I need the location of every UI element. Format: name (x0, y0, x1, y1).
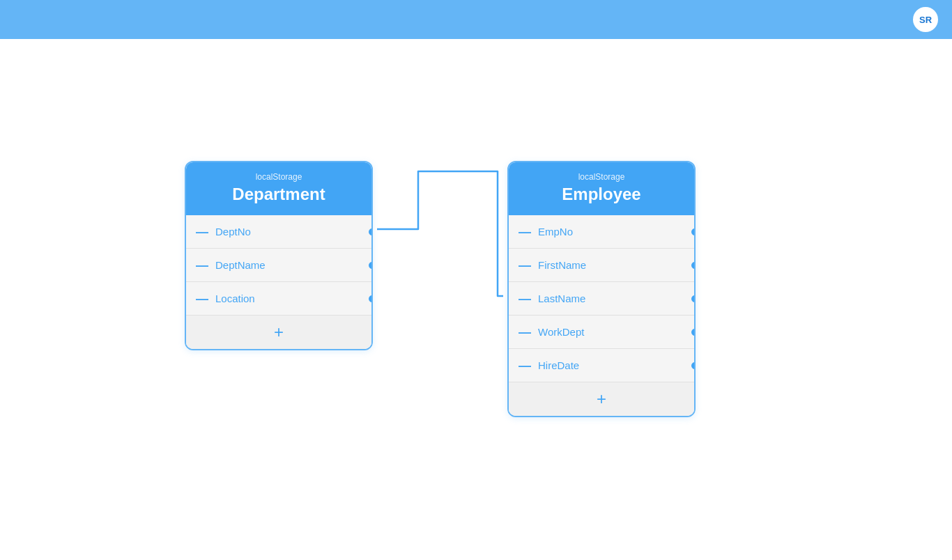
remove-lastname-icon[interactable]: — (519, 293, 531, 305)
deptname-dot[interactable] (369, 262, 373, 269)
department-fields: — DeptNo — DeptName — Location + (186, 215, 371, 349)
workdept-field-label: WorkDept (538, 326, 684, 338)
plus-icon: + (274, 324, 284, 341)
empno-dot[interactable] (691, 228, 696, 235)
employee-table-card: localStorage Employee — EmpNo — FirstNam… (507, 161, 696, 417)
location-field-label: Location (215, 293, 362, 304)
employee-table-name: Employee (523, 185, 680, 204)
table-row[interactable]: — HireDate (509, 349, 694, 382)
remove-location-icon[interactable]: — (196, 293, 208, 305)
deptname-field-label: DeptName (215, 259, 362, 271)
table-row[interactable]: — DeptNo (186, 215, 371, 249)
employee-fields: — EmpNo — FirstName — LastName — WorkDep… (509, 215, 694, 416)
remove-empno-icon[interactable]: — (519, 226, 531, 238)
add-department-field-button[interactable]: + (186, 316, 371, 349)
table-row[interactable]: — DeptName (186, 249, 371, 282)
workdept-dot[interactable] (691, 329, 696, 336)
hiredate-dot[interactable] (691, 362, 696, 369)
department-header: localStorage Department (186, 162, 371, 215)
department-table-card: localStorage Department — DeptNo — DeptN… (185, 161, 373, 350)
employee-header: localStorage Employee (509, 162, 694, 215)
table-row[interactable]: — WorkDept (509, 316, 694, 349)
hiredate-field-label: HireDate (538, 359, 684, 371)
canvas: localStorage Department — DeptNo — DeptN… (0, 39, 952, 560)
remove-deptname-icon[interactable]: — (196, 259, 208, 272)
table-row[interactable]: — Location (186, 282, 371, 316)
department-table-name: Department (200, 185, 358, 204)
deptno-dot[interactable] (369, 228, 373, 235)
top-bar: SR (0, 0, 952, 39)
deptno-field-label: DeptNo (215, 226, 362, 238)
table-row[interactable]: — FirstName (509, 249, 694, 282)
lastname-field-label: LastName (538, 293, 684, 304)
remove-firstname-icon[interactable]: — (519, 259, 531, 272)
firstname-field-label: FirstName (538, 259, 684, 271)
table-row[interactable]: — LastName (509, 282, 694, 316)
remove-workdept-icon[interactable]: — (519, 326, 531, 339)
firstname-dot[interactable] (691, 262, 696, 269)
lastname-dot[interactable] (691, 295, 696, 302)
location-dot[interactable] (369, 295, 373, 302)
connector-line (0, 39, 952, 560)
department-source-label: localStorage (200, 172, 358, 182)
empno-field-label: EmpNo (538, 226, 684, 238)
avatar[interactable]: SR (913, 7, 938, 32)
table-row[interactable]: — EmpNo (509, 215, 694, 249)
employee-source-label: localStorage (523, 172, 680, 182)
remove-deptno-icon[interactable]: — (196, 226, 208, 238)
remove-hiredate-icon[interactable]: — (519, 359, 531, 372)
plus-icon: + (597, 391, 606, 407)
add-employee-field-button[interactable]: + (509, 382, 694, 416)
